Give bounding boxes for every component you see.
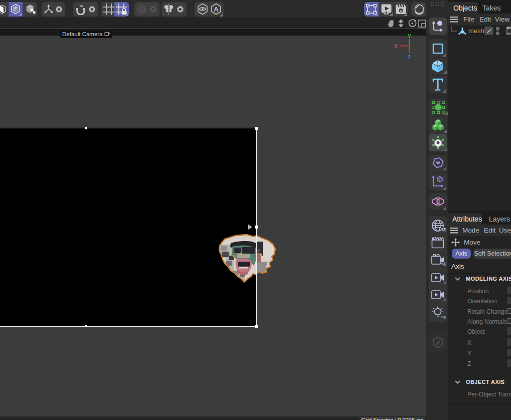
svg-text:X: X — [394, 43, 398, 49]
svg-text:Z: Z — [407, 54, 411, 60]
svg-text:A: A — [214, 6, 219, 13]
svg-text:Y: Y — [408, 33, 412, 39]
